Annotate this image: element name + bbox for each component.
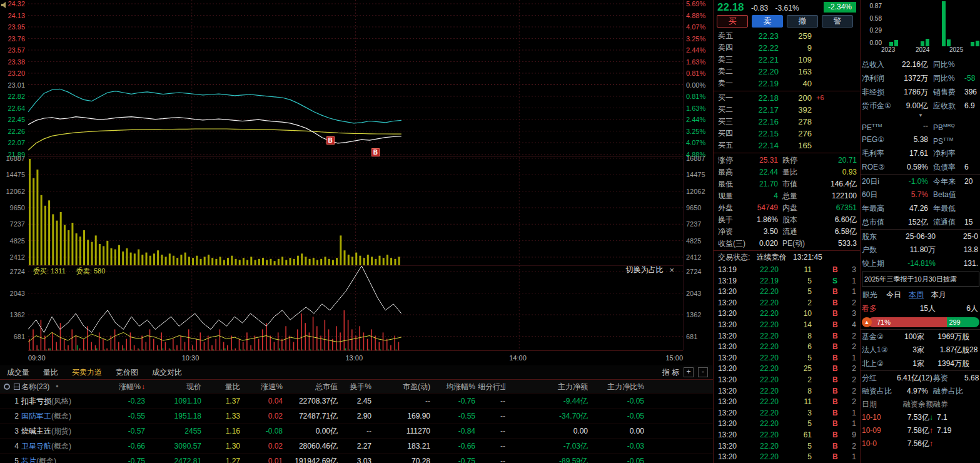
stat-label: 最高 bbox=[718, 166, 733, 178]
order-book-row[interactable]: 买二22.17392 bbox=[714, 104, 860, 116]
level-price: 22.22 bbox=[739, 42, 779, 54]
tick-time: 13:20 bbox=[718, 419, 737, 430]
level-price: 22.17 bbox=[739, 104, 779, 116]
stat-value: 54749 bbox=[745, 202, 778, 214]
info-cell: 较上期 bbox=[862, 257, 897, 270]
info-cell: 28 bbox=[969, 343, 979, 357]
percent-axis-label: 4.07% bbox=[686, 23, 711, 31]
tab-item[interactable]: 竞价图 bbox=[109, 365, 145, 379]
margin-secondary: 7.1 bbox=[933, 411, 979, 424]
column-header[interactable]: 均涨幅% bbox=[433, 380, 475, 393]
ratio-toggle-label[interactable]: 切换为占比 bbox=[625, 265, 663, 275]
zoom-in-button[interactable]: + bbox=[684, 367, 694, 377]
force-axis-label: 1362 bbox=[0, 311, 25, 318]
margin-date: 10-09 bbox=[862, 424, 888, 437]
info-row: 货币金①9.00亿应收款6.9 bbox=[861, 99, 980, 113]
sort-descending-icon[interactable]: ↓ bbox=[141, 382, 145, 391]
price-axis-label: 23.95 bbox=[0, 23, 25, 31]
info-row: 非经损1786万销售费396 bbox=[861, 85, 980, 99]
tick-row: 13:2022.2011B2 bbox=[714, 397, 860, 408]
sector-row[interactable]: 2国防军工(概念)-0.551951.181.330.0272487.71亿2.… bbox=[0, 409, 713, 424]
order-book-row[interactable]: 卖三22.21109 bbox=[714, 54, 860, 66]
margin-row: 10-097.58亿↑7.19 bbox=[861, 424, 980, 437]
column-header[interactable]: 量比 bbox=[204, 380, 240, 393]
gear-icon[interactable] bbox=[4, 384, 10, 390]
info-row: 净利润1372万同比%-58 bbox=[861, 71, 980, 85]
info-cell: 户数 bbox=[862, 243, 897, 257]
info-row: 北上②1家1394万股 bbox=[861, 357, 980, 370]
zoom-out-button[interactable]: - bbox=[698, 367, 708, 377]
info-cell bbox=[969, 330, 979, 343]
tick-side: B bbox=[832, 342, 838, 353]
tick-row: 13:2022.205B2 bbox=[714, 441, 860, 452]
info-cell: 3家 bbox=[897, 343, 924, 357]
order-book-row[interactable]: 卖二22.20163 bbox=[714, 66, 860, 78]
info-cell bbox=[964, 384, 979, 398]
close-icon[interactable]: × bbox=[669, 265, 674, 275]
sector-row[interactable]: 4卫星导航(概念)-0.663090.571.300.0228060.46亿2.… bbox=[0, 439, 713, 454]
indicator-menu[interactable]: 指 标 bbox=[662, 367, 679, 378]
ratio-toggle[interactable]: 切换为占比 × bbox=[625, 265, 674, 275]
mini-chart-ytick: 0.58 bbox=[861, 15, 882, 22]
column-header[interactable]: 市盈(动) bbox=[374, 380, 430, 393]
chart-plot-area[interactable]: 委买: 1311 委卖: 580 切换为占比 × BB bbox=[28, 0, 683, 350]
sector-row[interactable]: 5芯片(概念)-0.752472.811.270.01191942.69亿3.0… bbox=[0, 454, 713, 463]
quote-stat-row: 换手1.86%股本6.60亿 bbox=[714, 214, 860, 226]
level-volume: 392 bbox=[782, 104, 812, 116]
cancel-button[interactable]: 撤 bbox=[787, 15, 818, 28]
stat-value: 122100 bbox=[802, 190, 857, 202]
order-book-row[interactable]: 卖一22.1940 bbox=[714, 78, 860, 89]
sector-row[interactable]: 1扣非亏损(风格)-0.231091.101.370.0422708.37亿2.… bbox=[0, 394, 713, 409]
column-header[interactable]: 涨幅%↓ bbox=[103, 380, 145, 393]
column-header[interactable]: 主力净比% bbox=[590, 380, 644, 393]
info-cell: 20 bbox=[964, 175, 979, 188]
tab-item[interactable]: 量比 bbox=[36, 365, 65, 379]
tab-active[interactable]: 买卖力道 bbox=[65, 365, 109, 379]
alert-button[interactable]: 警 bbox=[822, 15, 853, 28]
volume-axis-label: 12062 bbox=[686, 188, 711, 195]
level-label: 卖一 bbox=[718, 78, 733, 89]
tab-item[interactable]: 成交对比 bbox=[145, 365, 189, 379]
level-label: 买五 bbox=[718, 140, 733, 151]
column-header[interactable]: 细分行业 bbox=[478, 380, 505, 393]
column-header[interactable]: 总市值 bbox=[285, 380, 338, 393]
stat-label: 内盘 bbox=[782, 202, 797, 214]
column-header[interactable]: 现价 bbox=[148, 380, 201, 393]
order-book-row[interactable]: 买五22.14165 bbox=[714, 140, 860, 151]
column-header[interactable]: 名称(23)• bbox=[21, 380, 103, 393]
tick-volume: 5 bbox=[782, 353, 812, 364]
order-book-row[interactable]: 卖五22.23259 bbox=[714, 30, 860, 42]
info-cell: 47.26 bbox=[897, 201, 933, 215]
tick-volume: 5 bbox=[782, 452, 812, 463]
sell-button[interactable]: 卖 bbox=[752, 15, 783, 28]
info-cell: 应收款 bbox=[933, 99, 964, 113]
order-book-row[interactable]: 买一22.18200+6 bbox=[714, 92, 860, 104]
stat-value: 146.4亿 bbox=[802, 178, 857, 190]
tick-side: B bbox=[832, 331, 838, 342]
column-header[interactable]: 主力净额 bbox=[508, 380, 588, 393]
intraday-panel: 24.3224.1323.9523.7623.5723.3823.2023.01… bbox=[0, 0, 713, 463]
tick-price: 22.20 bbox=[741, 419, 779, 430]
layout-icon[interactable] bbox=[14, 384, 20, 390]
order-book-row[interactable]: 买四22.15276 bbox=[714, 128, 860, 140]
stat-value: 4 bbox=[745, 190, 778, 202]
order-book-row[interactable]: 卖四22.229 bbox=[714, 42, 860, 54]
sentiment-tab[interactable]: 本月 bbox=[931, 288, 946, 302]
tick-side: B bbox=[832, 430, 838, 441]
tick-count: 1 bbox=[841, 353, 856, 364]
column-header[interactable]: 换手% bbox=[340, 380, 371, 393]
column-header[interactable]: 涨速% bbox=[243, 380, 283, 393]
info-cell bbox=[964, 58, 979, 71]
info-cell: 13.8 bbox=[938, 243, 979, 257]
stock-info-panel: 0.870.580.290.00 202320242025 总收入22.16亿同… bbox=[860, 0, 980, 463]
sentiment-tab[interactable]: 今日 bbox=[886, 288, 901, 302]
sector-row[interactable]: 3烧碱主连(期货)-0.5724551.16-0.080.00亿--111270… bbox=[0, 424, 713, 439]
sentiment-tab[interactable]: 本周 bbox=[909, 288, 924, 302]
info-cell: 非经损 bbox=[862, 85, 897, 99]
volume-axis-label: 2412 bbox=[686, 253, 711, 261]
collapse-caret-icon[interactable]: ▾ bbox=[861, 113, 980, 119]
buy-button[interactable]: 买 bbox=[717, 15, 748, 28]
tab-item[interactable]: 成交量 bbox=[0, 365, 36, 379]
info-cell bbox=[964, 133, 979, 146]
order-book-row[interactable]: 买三22.16278 bbox=[714, 116, 860, 128]
